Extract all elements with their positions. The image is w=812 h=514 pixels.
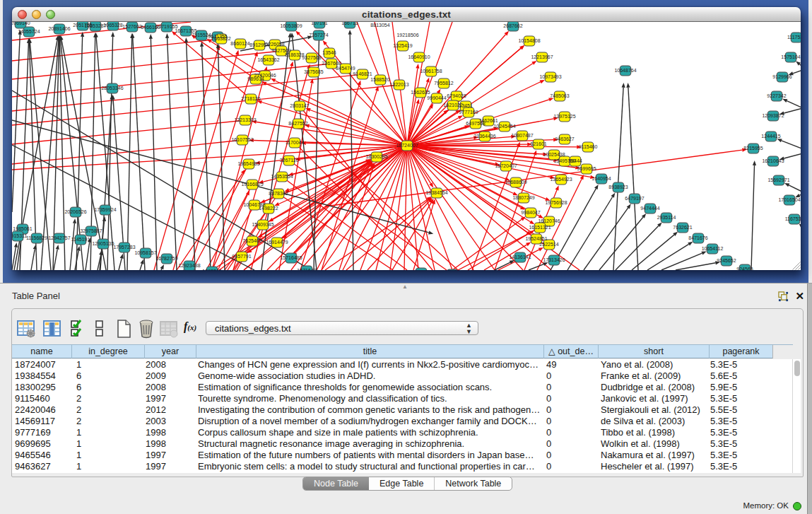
svg-text:1145191: 1145191	[71, 237, 90, 242]
svg-text:9474444: 9474444	[640, 206, 659, 211]
svg-text:2718126: 2718126	[241, 96, 260, 101]
svg-text:14353554: 14353554	[271, 174, 293, 179]
svg-text:9245652: 9245652	[717, 258, 736, 263]
svg-text:5226058: 5226058	[265, 42, 284, 47]
svg-text:19166825: 19166825	[241, 182, 263, 187]
svg-text:107191: 107191	[311, 22, 327, 25]
svg-text:10154808: 10154808	[518, 38, 540, 43]
svg-text:1325419: 1325419	[393, 43, 412, 48]
svg-text:16053809: 16053809	[280, 23, 302, 28]
svg-text:2069140: 2069140	[12, 22, 30, 25]
svg-text:6497568: 6497568	[466, 121, 485, 126]
svg-text:12923488: 12923488	[178, 263, 200, 268]
svg-text:98444: 98444	[568, 158, 582, 163]
svg-text:8427552: 8427552	[288, 121, 307, 126]
svg-text:9699695: 9699695	[577, 166, 596, 171]
svg-text:18807249: 18807249	[512, 195, 534, 200]
svg-text:2522514: 2522514	[539, 242, 558, 247]
svg-text:15720407: 15720407	[495, 163, 517, 168]
svg-text:10688609: 10688609	[505, 180, 526, 185]
svg-text:1571648: 1571648	[297, 268, 316, 270]
svg-text:12942757: 12942757	[48, 235, 70, 240]
svg-text:13975125: 13975125	[553, 114, 575, 119]
svg-text:1065328: 1065328	[103, 23, 122, 28]
svg-text:17957283: 17957283	[113, 245, 135, 250]
svg-text:12213303: 12213303	[234, 117, 256, 122]
svg-text:9227342: 9227342	[767, 93, 786, 98]
svg-text:1640954: 1640954	[592, 176, 611, 181]
svg-text:1588520: 1588520	[370, 77, 389, 82]
svg-text:16543362: 16543362	[257, 57, 279, 62]
svg-text:2935114: 2935114	[657, 215, 676, 220]
svg-text:1244415: 1244415	[761, 134, 780, 139]
svg-text:1562635: 1562635	[411, 90, 430, 95]
svg-text:1527602: 1527602	[122, 24, 141, 29]
svg-text:10807487: 10807487	[511, 133, 533, 138]
svg-text:9457791: 9457791	[232, 254, 251, 259]
svg-text:8454749: 8454749	[336, 66, 355, 71]
svg-text:13451: 13451	[459, 103, 473, 108]
svg-text:16151321: 16151321	[529, 225, 551, 230]
svg-text:11156829: 11156829	[26, 235, 47, 240]
svg-text:8938923: 8938923	[608, 185, 628, 189]
svg-text:1575104: 1575104	[781, 54, 800, 59]
svg-text:12093872: 12093872	[762, 113, 784, 118]
svg-text:19654985: 19654985	[237, 161, 259, 166]
svg-text:7485063: 7485063	[550, 93, 569, 98]
svg-text:7632621: 7632621	[673, 225, 692, 230]
svg-text:15409345: 15409345	[252, 222, 273, 227]
svg-text:6479197: 6479197	[625, 196, 644, 201]
svg-text:9463627: 9463627	[555, 136, 574, 141]
svg-text:10654112: 10654112	[702, 246, 724, 251]
svg-text:17313426: 17313426	[543, 257, 565, 262]
svg-text:7663822: 7663822	[211, 36, 230, 41]
svg-text:9115460: 9115460	[579, 144, 598, 149]
svg-text:10025438: 10025438	[543, 152, 565, 157]
svg-text:19218506: 19218506	[396, 33, 418, 37]
svg-text:14055724: 14055724	[18, 29, 40, 34]
svg-text:9777169: 9777169	[459, 110, 478, 115]
svg-text:10245454: 10245454	[493, 124, 515, 129]
svg-text:21364436: 21364436	[473, 134, 495, 139]
svg-text:3267110: 3267110	[280, 158, 299, 163]
svg-text:989614: 989614	[247, 76, 264, 81]
svg-text:12213967: 12213967	[531, 54, 553, 59]
svg-text:10973493: 10973493	[539, 74, 561, 79]
svg-text:9327508: 9327508	[302, 55, 321, 60]
svg-text:13546: 13546	[322, 50, 336, 55]
svg-text:7955812: 7955812	[434, 81, 453, 86]
svg-text:8215955: 8215955	[743, 146, 763, 151]
svg-text:621601: 621601	[530, 141, 546, 146]
svg-text:8471676: 8471676	[688, 235, 707, 240]
svg-text:8813054: 8813054	[370, 23, 389, 28]
svg-text:2803147: 2803147	[290, 103, 309, 108]
svg-text:7625402: 7625402	[242, 238, 261, 243]
svg-text:16210643: 16210643	[762, 158, 784, 163]
svg-text:16107552: 16107552	[231, 137, 253, 142]
svg-text:16640910: 16640910	[408, 54, 430, 59]
svg-text:15692971: 15692971	[767, 177, 789, 182]
svg-text:13654923: 13654923	[550, 177, 572, 182]
svg-text:6794028: 6794028	[447, 93, 466, 98]
svg-text:16120746: 16120746	[538, 218, 560, 223]
svg-text:18300295: 18300295	[365, 154, 387, 159]
svg-text:14136141: 14136141	[509, 255, 531, 259]
svg-text:166713: 166713	[341, 22, 358, 25]
svg-text:28053346: 28053346	[101, 86, 123, 90]
svg-text:10648764: 10648764	[614, 68, 636, 73]
svg-text:8878342: 8878342	[269, 191, 288, 196]
svg-text:7357274: 7357274	[309, 33, 328, 37]
svg-text:2367608: 2367608	[322, 61, 341, 66]
svg-text:19756928: 19756928	[545, 200, 567, 205]
svg-text:8660124: 8660124	[230, 41, 249, 46]
svg-text:10961758: 10961758	[420, 69, 442, 74]
svg-text:2687662: 2687662	[503, 23, 522, 28]
svg-text:1498222: 1498222	[259, 206, 278, 211]
svg-text:3915311: 3915311	[12, 233, 27, 238]
svg-text:1985061: 1985061	[13, 226, 32, 231]
svg-text:9984047: 9984047	[521, 210, 540, 215]
svg-text:32975887: 32975887	[80, 228, 102, 233]
svg-text:1292348: 1292348	[202, 269, 221, 270]
svg-text:18724007: 18724007	[396, 143, 418, 148]
svg-text:20891406: 20891406	[48, 26, 70, 31]
